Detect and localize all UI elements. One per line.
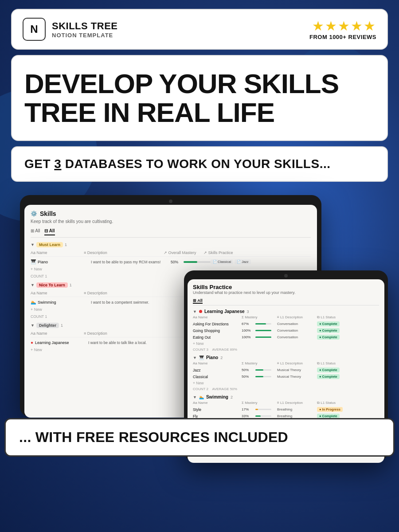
hero-card: DEVELOP YOUR SKILLS TREE IN REAL LIFE <box>11 55 388 141</box>
list-item: Classical 50% Musical Theory ● Complete <box>193 373 379 380</box>
mastery-bar <box>255 415 271 417</box>
col-name-3: Aa Name <box>31 331 84 336</box>
shopping-desc: Conversation <box>277 329 317 332</box>
col-desc: ≡ L1 Description <box>277 315 317 320</box>
mastery-bar <box>255 323 271 325</box>
eatingout-pct: 100% <box>242 335 254 339</box>
bottom-banner-text: ... WITH FREE RESOURCES INCLUDED <box>19 429 380 446</box>
reviews-count: FROM 1000+ REVIEWS <box>309 34 376 40</box>
bottom-banner-inner: ... WITH FREE RESOURCES INCLUDED <box>4 418 395 457</box>
classical-desc: Musical Theory <box>277 375 317 379</box>
notion-icon: N <box>23 18 46 41</box>
col-mastery-header: ↗ Overall Mastery <box>164 250 203 255</box>
swimming-group-header: ▼ 🏊 Swimming 2 <box>193 395 379 399</box>
japanese-col-headers: Aa Name Σ Mastery ≡ L1 Description ⧉ L1 … <box>193 315 379 320</box>
jazz-tag: 📄 Jazz <box>235 259 251 264</box>
header-title-group: SKILLS TREE NOTION TEMPLATE <box>52 20 118 39</box>
product-subtitle: NOTION TEMPLATE <box>52 32 118 39</box>
tab-table[interactable]: ⊟ All <box>44 228 55 235</box>
nice-learn-count: 1 <box>70 283 72 287</box>
header-card: N SKILLS TREE NOTION TEMPLATE ★★★★★ FROM… <box>11 9 388 50</box>
piano-group-count: 2 <box>220 356 223 360</box>
piano-desc: I want to be able to pass my RCM exams! <box>91 260 171 264</box>
status-badge: ● Complete <box>317 374 340 379</box>
tab-all[interactable]: ⊞ All <box>193 298 203 304</box>
directions-mastery: 67% <box>242 322 277 326</box>
list-item: Style 17% Breathing ● In Progress <box>193 406 379 413</box>
piano-group: ▼ 🎹 Piano 2 Aa Name Σ Mastery ≡ L1 Descr… <box>193 355 379 392</box>
status-badge: ● Complete <box>317 328 340 333</box>
eatingout-status: ● Complete <box>317 335 379 340</box>
japanese-dot <box>199 310 202 313</box>
jazz-desc: Musical Theory <box>277 368 317 372</box>
piano-tags: 📄 Classical 📄 Jazz <box>211 259 251 264</box>
list-item: Going Shopping 100% Conversation ● Compl… <box>193 327 379 334</box>
mastery-fill <box>255 336 271 338</box>
mastery-fill <box>255 415 261 417</box>
status-badge: ● In Progress <box>317 407 343 412</box>
col-desc: ≡ L1 Description <box>277 361 317 366</box>
skills-db-subtitle: Keep track of the skills you are cultiva… <box>31 219 311 224</box>
swimming-icon: 🏊 <box>199 395 204 399</box>
piano-mastery: 50% <box>171 260 211 264</box>
col-name-2: Aa Name <box>31 291 84 295</box>
swimming-group-count: 2 <box>231 395 233 399</box>
piano-new-row[interactable]: + New <box>193 380 379 386</box>
fly-pct: 33% <box>242 414 254 418</box>
mastery-bar <box>255 330 271 331</box>
directions-pct: 67% <box>242 322 254 326</box>
toggle-icon: ▼ <box>31 283 35 287</box>
style-status: ● In Progress <box>317 407 379 412</box>
status-badge: ● Complete <box>317 321 340 326</box>
eatingout-mastery: 100% <box>242 335 277 339</box>
toggle-icon: ▼ <box>31 323 35 328</box>
piano-icon: 🎹 <box>31 259 36 264</box>
directions-status: ● Complete <box>317 321 379 326</box>
toggle-icon: ▼ <box>193 395 197 399</box>
jazz-pct: 50% <box>242 368 254 372</box>
camera-dot-back <box>169 200 172 203</box>
piano-group-name: Piano <box>206 355 218 360</box>
header-left: N SKILLS TREE NOTION TEMPLATE <box>23 18 118 41</box>
swimming-name: Swimming <box>38 300 91 305</box>
swimming-group-name: Swimming <box>206 395 228 399</box>
col-desc-3: ≡ Description <box>84 331 164 336</box>
tagline-card: GET 3 DATABASES TO WORK ON YOUR SKILLS..… <box>11 146 388 182</box>
directions-desc: Conversation <box>277 322 317 326</box>
swimming-desc: I want to be a competent swimmer. <box>91 300 171 305</box>
mastery-bar <box>255 376 271 377</box>
jazz-name: Jazz <box>193 368 242 372</box>
japanese-new-row[interactable]: + New <box>193 340 379 347</box>
mastery-fill <box>255 323 266 325</box>
shopping-mastery: 100% <box>242 329 277 332</box>
japanese-name: Learning Japanese <box>35 340 88 345</box>
col-name: Aa Name <box>193 401 242 405</box>
tab-grid[interactable]: ⊞ All <box>31 228 40 235</box>
tagline-prefix: GET <box>24 157 54 171</box>
skills-col-headers: Aa Name ≡ Description ↗ Overall Mastery … <box>31 249 311 257</box>
col-mastery: Σ Mastery <box>242 315 277 320</box>
skills-db-title: Skills <box>40 210 56 217</box>
classical-status: ● Complete <box>317 374 379 379</box>
piano-name: Piano <box>38 260 91 264</box>
japanese-group-count: 3 <box>247 309 249 314</box>
must-learn-count: 1 <box>65 243 67 247</box>
tagline-text: GET 3 DATABASES TO WORK ON YOUR SKILLS..… <box>24 157 375 171</box>
swimming-icon: 🏊 <box>31 300 36 305</box>
col-status: ⧉ L1 Status <box>317 401 379 405</box>
mastery-bar-bg <box>184 261 211 263</box>
col-desc: ≡ L1 Description <box>277 401 317 405</box>
col-status: ⧉ L1 Status <box>317 361 379 366</box>
col-status: ⧉ L1 Status <box>317 315 379 320</box>
header-right: ★★★★★ FROM 1000+ REVIEWS <box>309 18 376 40</box>
col-desc-2: ≡ Description <box>84 291 164 295</box>
delighter-count: 1 <box>61 323 63 328</box>
hero-line2: TREE IN REAL LIFE <box>24 97 274 128</box>
classical-pct: 50% <box>242 375 254 379</box>
list-item: Eating Out 100% Conversation ● Complete <box>193 334 379 340</box>
piano-count-row: COUNT 2 AVERAGE 50% <box>193 386 379 392</box>
product-title: SKILLS TREE <box>52 20 118 32</box>
mastery-fill <box>255 376 263 377</box>
mastery-bar <box>255 369 271 371</box>
jazz-status: ● Complete <box>317 368 379 372</box>
